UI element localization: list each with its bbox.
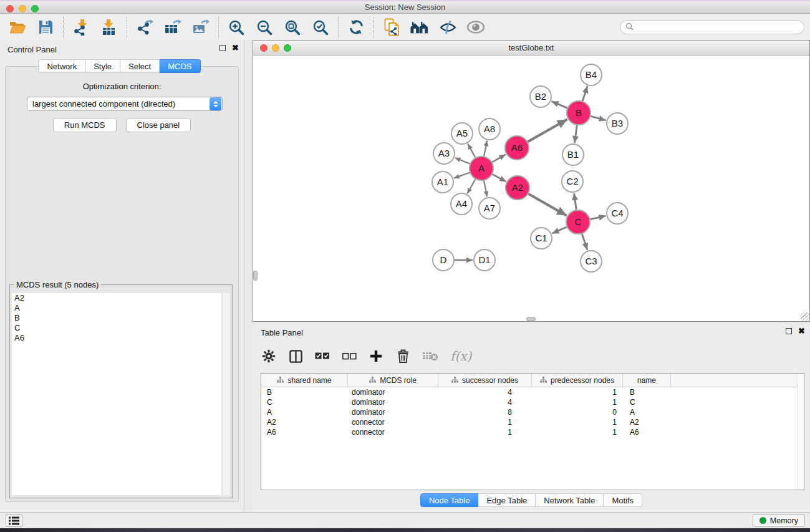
deselect-all-rows-icon[interactable] (342, 347, 357, 365)
network-zoom-button[interactable] (284, 44, 291, 52)
table-row[interactable]: Cdominator41C (261, 397, 804, 407)
node-D[interactable]: D (433, 249, 454, 271)
tab-network[interactable]: Network (38, 59, 85, 73)
tab-motifs[interactable]: Motifs (604, 493, 642, 507)
node-B4[interactable]: B4 (581, 64, 602, 85)
network-resize-grip[interactable] (801, 312, 809, 321)
table-settings-icon[interactable] (261, 347, 276, 365)
mcds-result-item[interactable]: A (12, 303, 221, 313)
node-C1[interactable]: C1 (531, 228, 552, 249)
node-A5[interactable]: A5 (451, 123, 473, 144)
edge-C-C3[interactable] (582, 234, 587, 250)
zoom-window-button[interactable] (31, 5, 39, 12)
mcds-result-item[interactable]: A6 (12, 333, 221, 343)
edge-A-A7[interactable] (484, 181, 487, 197)
mcds-result-item[interactable]: A2 (12, 293, 221, 303)
zoom-in-icon[interactable] (227, 17, 246, 37)
refresh-icon[interactable] (347, 17, 365, 37)
node-B[interactable]: B (567, 101, 591, 125)
edge-C-C1[interactable] (552, 227, 566, 233)
node-A8[interactable]: A8 (479, 118, 500, 140)
function-builder-icon[interactable]: f(x) (450, 347, 471, 365)
table-row[interactable]: Bdominator41B (261, 387, 804, 397)
close-panel-button[interactable]: Close panel (126, 118, 191, 132)
select-all-rows-icon[interactable] (315, 347, 330, 365)
delete-columns-icon[interactable] (395, 347, 410, 365)
table-scrollbar[interactable] (797, 374, 804, 490)
export-table-icon[interactable] (163, 17, 182, 37)
criterion-select[interactable]: largest connected component (directed) (27, 97, 223, 111)
network-horizontal-scrollbar[interactable] (526, 317, 536, 321)
table-row[interactable]: Adominator80A (261, 407, 804, 417)
delete-table-icon[interactable] (422, 347, 438, 365)
search-input[interactable] (637, 22, 799, 32)
close-panel-icon[interactable]: ✖ (232, 45, 239, 51)
node-A1[interactable]: A1 (432, 172, 453, 193)
edge-C-C2[interactable] (574, 193, 577, 210)
show-hide-columns-icon[interactable] (288, 347, 303, 365)
edge-B-B3[interactable] (591, 116, 605, 120)
edge-A6-B[interactable] (528, 119, 567, 142)
edge-B-B1[interactable] (575, 125, 577, 143)
memory-button[interactable]: Memory (753, 514, 805, 527)
network-canvas[interactable]: B4B2BB3A5A8A6A3B1AA1C2A2A4A7C4CC1C3DD1 (253, 56, 809, 321)
tab-node-table[interactable]: Node Table (420, 493, 479, 507)
minimize-window-button[interactable] (19, 5, 26, 12)
mcds-result-item[interactable]: C (12, 323, 221, 333)
node-B3[interactable]: B3 (607, 113, 628, 134)
node-A4[interactable]: A4 (451, 193, 472, 215)
zoom-selected-icon[interactable] (311, 17, 330, 37)
run-mcds-button[interactable]: Run MCDS (53, 118, 117, 132)
edge-A-A3[interactable] (455, 158, 470, 164)
close-table-panel-icon[interactable]: ✖ (798, 328, 805, 334)
edge-A-A2[interactable] (493, 174, 506, 181)
export-image-icon[interactable] (191, 17, 210, 37)
network-minimize-button[interactable] (272, 44, 279, 52)
table-row[interactable]: A6connector11A6 (261, 427, 804, 437)
clone-network-icon[interactable] (382, 17, 401, 37)
edge-A2-C[interactable] (528, 194, 566, 216)
node-C4[interactable]: C4 (607, 203, 628, 224)
search-field[interactable] (620, 20, 804, 34)
tab-select[interactable]: Select (120, 59, 160, 73)
node-A[interactable]: A (470, 157, 493, 180)
zoom-out-icon[interactable] (255, 17, 274, 37)
column-header-predecessor-nodes[interactable]: predecessor nodes (532, 374, 623, 387)
edge-A-A5[interactable] (468, 144, 475, 158)
node-A3[interactable]: A3 (433, 143, 455, 164)
edge-A-A1[interactable] (454, 173, 470, 178)
node-C3[interactable]: C3 (581, 251, 602, 272)
hide-graphics-details-icon[interactable] (438, 17, 457, 37)
close-window-button[interactable] (6, 5, 14, 12)
tab-mcds[interactable]: MCDS (160, 59, 200, 73)
open-session-icon[interactable] (8, 17, 27, 37)
edge-B-B2[interactable] (551, 101, 567, 108)
node-B2[interactable]: B2 (530, 86, 551, 107)
node-B1[interactable]: B1 (562, 144, 584, 165)
network-vertical-scrollbar[interactable] (253, 271, 258, 281)
edge-C-C4[interactable] (591, 216, 606, 220)
show-panels-button[interactable] (6, 514, 22, 527)
node-C[interactable]: C (566, 210, 590, 234)
mcds-result-item[interactable]: B (12, 313, 221, 323)
node-A2[interactable]: A2 (506, 176, 529, 200)
result-list-scrollbar[interactable] (222, 293, 230, 495)
edge-A-A8[interactable] (484, 141, 487, 157)
edge-A-A6[interactable] (492, 155, 506, 162)
edge-A-A4[interactable] (467, 179, 475, 193)
node-C2[interactable]: C2 (562, 171, 583, 192)
tab-network-table[interactable]: Network Table (536, 493, 604, 507)
tab-edge-table[interactable]: Edge Table (478, 493, 536, 507)
float-table-panel-icon[interactable] (786, 328, 792, 334)
table-row[interactable]: A2connector11A2 (261, 417, 804, 427)
birds-eye-view-icon[interactable] (466, 17, 485, 37)
import-table-icon[interactable] (100, 17, 118, 37)
network-close-button[interactable] (260, 44, 268, 52)
column-header-shared-name[interactable]: shared name (261, 374, 348, 387)
column-header-name[interactable]: name (623, 374, 671, 387)
export-network-icon[interactable] (135, 17, 154, 37)
tab-style[interactable]: Style (85, 59, 120, 73)
save-session-icon[interactable] (36, 17, 55, 37)
create-column-icon[interactable] (369, 347, 383, 365)
zoom-fit-icon[interactable] (283, 17, 302, 37)
